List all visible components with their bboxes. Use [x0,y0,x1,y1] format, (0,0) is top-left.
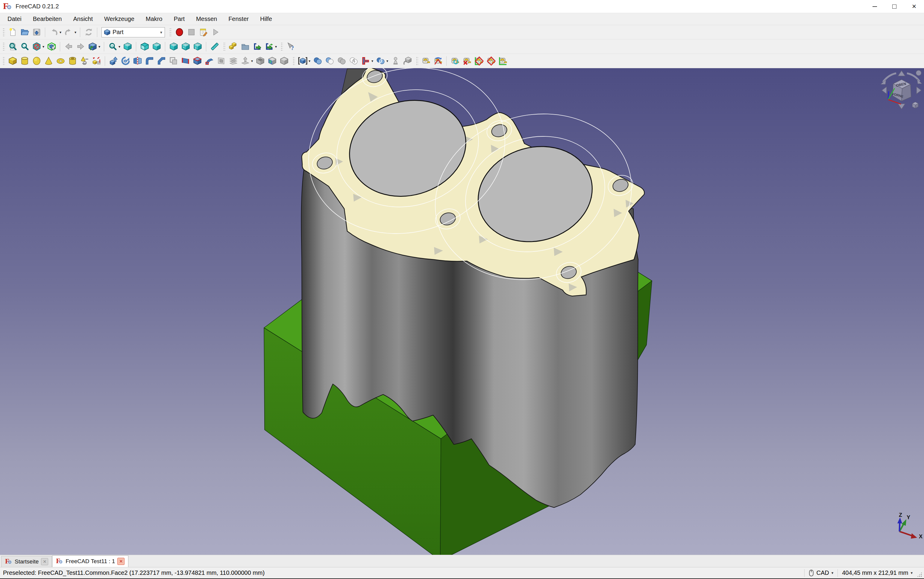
toolbar-grip[interactable] [416,56,418,66]
measure-toggle-delta-button[interactable] [497,55,509,67]
navigation-style-selector[interactable]: CAD ▾ [809,569,833,577]
menu-part[interactable]: Part [168,13,190,25]
create-group-button[interactable] [239,40,251,53]
3d-viewport[interactable]: OBEN VORNE [0,68,924,555]
compound-dropdown-caret[interactable]: ▾ [307,59,312,63]
view-rear-button[interactable] [180,40,192,53]
navigate-back-button[interactable] [62,40,74,53]
shape-builder-button[interactable] [90,55,102,67]
create-primitives-button[interactable] [79,55,90,67]
offset-button[interactable] [239,55,251,67]
primitive-sphere-button[interactable] [31,55,43,67]
view-axonometric-dropdown-caret[interactable]: ▾ [97,44,102,49]
tab-close-icon[interactable]: ✕ [117,558,125,565]
box-element-selection-button[interactable] [46,40,57,53]
view-isometric-die-button[interactable] [121,40,133,53]
create-part-button[interactable] [227,40,239,53]
view-axonometric-button[interactable] [87,40,98,53]
minimize-button[interactable] [865,0,885,13]
extrude-button[interactable] [107,55,120,67]
union-button[interactable] [336,55,348,67]
view-bottom-button[interactable] [192,40,204,53]
primitive-torus-button[interactable] [54,55,66,67]
draw-style-button[interactable] [31,40,43,53]
zoom-tools-button[interactable] [107,40,118,53]
toolbar-grip[interactable] [2,28,5,37]
view-right-button[interactable] [167,40,180,53]
menu-hilfe[interactable]: Hilfe [254,13,278,25]
macro-execute-button[interactable] [209,26,221,39]
intersection-button[interactable] [348,55,359,67]
toolbar-grip[interactable] [2,56,5,66]
primitive-cone-button[interactable] [43,55,54,67]
measure-toggle-3d-button[interactable] [485,55,497,67]
make-link-button[interactable] [251,40,263,53]
menu-ansicht[interactable]: Ansicht [67,13,98,25]
measure-toggle-all-button[interactable] [473,55,485,67]
primitive-tube-button[interactable] [66,55,79,67]
refine-shape-button[interactable] [278,55,290,67]
thickness-button[interactable] [254,55,266,67]
navigate-forward-button[interactable] [74,40,87,53]
tab-close-icon[interactable]: ✕ [41,558,48,565]
redo-dropdown-caret[interactable]: ▾ [73,30,77,34]
loft-button[interactable] [191,55,203,67]
measure-linear-button[interactable] [420,55,432,67]
menu-messen[interactable]: Messen [190,13,223,25]
navcube-orbit-dot[interactable] [916,70,921,76]
join-dropdown-caret[interactable]: ▾ [370,59,374,63]
project-on-surface-button[interactable]: F [266,55,278,67]
fillet-button[interactable] [143,55,155,67]
refresh-document-button[interactable] [83,26,95,39]
macro-edit-button[interactable] [197,26,209,39]
navcube-mini-cube[interactable] [913,102,918,108]
resize-grip[interactable] [917,572,922,577]
section-button[interactable] [215,55,227,67]
make-face-button[interactable] [167,55,179,67]
boolean-button[interactable] [312,55,323,67]
offset-dropdown-caret[interactable]: ▾ [250,59,254,63]
zoom-tools-dropdown-caret[interactable]: ▾ [117,44,121,49]
toolbar-grip[interactable] [223,42,225,51]
undo-button[interactable] [48,26,59,39]
workbench-selector[interactable]: Part▾ [102,27,165,38]
cut-button[interactable] [323,55,336,67]
whats-this-button[interactable]: ? [285,40,297,53]
menu-werkzeuge[interactable]: Werkzeuge [98,13,140,25]
document-tab-model[interactable]: F⚙FreeCAD Test11 : 1✕ [52,555,128,567]
toolbar-grip[interactable] [281,42,283,51]
menu-makro[interactable]: Makro [140,13,168,25]
toolbar-grip[interactable] [292,56,295,66]
cross-sections-button[interactable] [227,55,239,67]
ruled-surface-button[interactable] [179,55,191,67]
draw-style-dropdown-caret[interactable]: ▾ [41,44,46,49]
open-document-button[interactable] [18,26,31,39]
measure-distance-button[interactable] [208,40,221,53]
3d-scene[interactable]: OBEN VORNE [0,68,924,555]
make-sub-link-button[interactable] [263,40,275,53]
measure-refresh-button[interactable] [449,55,461,67]
view-front-button[interactable] [139,40,151,53]
document-tab-start[interactable]: F⚙Startseite✕ [1,556,52,567]
fit-selection-button[interactable] [18,40,31,53]
macro-stop-button[interactable] [185,26,197,39]
view-dimensions-selector[interactable]: 404,45 mm x 212,91 mm ▾ [842,569,913,576]
compound-button[interactable] [297,55,309,67]
primitive-box-button[interactable] [7,55,18,67]
undo-dropdown-caret[interactable]: ▾ [58,30,62,34]
sweep-button[interactable] [203,55,215,67]
measure-angular-button[interactable] [432,55,444,67]
toolbar-grip[interactable] [169,28,172,37]
view-top-button[interactable] [151,40,162,53]
split-dropdown-caret[interactable]: ▾ [385,59,389,63]
split-button[interactable] [374,55,386,67]
revolve-button[interactable] [120,55,131,67]
redo-button[interactable] [62,26,74,39]
menu-datei[interactable]: Datei [2,13,27,25]
fit-all-button[interactable] [7,40,18,53]
menu-fenster[interactable]: Fenster [223,13,254,25]
save-document-button[interactable] [31,26,43,39]
maximize-button[interactable] [885,0,904,13]
close-button[interactable]: ✕ [904,0,924,13]
primitive-cylinder-button[interactable] [18,55,31,67]
